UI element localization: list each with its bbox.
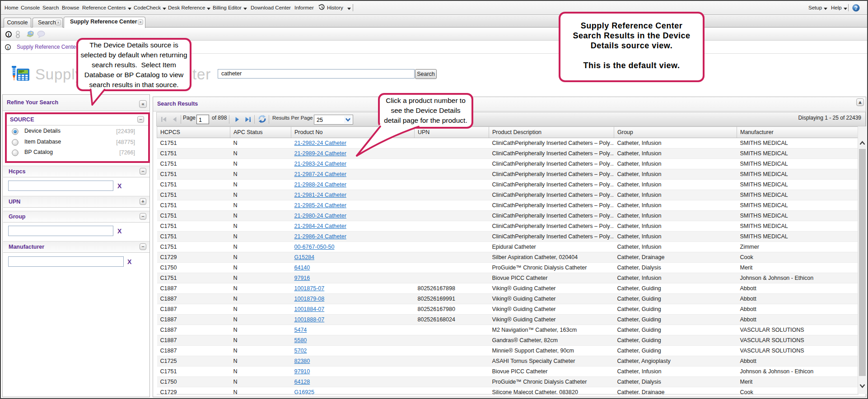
svg-text:i: i [8,32,9,37]
svg-text:i: i [7,45,9,50]
svg-text:?: ? [854,5,858,11]
